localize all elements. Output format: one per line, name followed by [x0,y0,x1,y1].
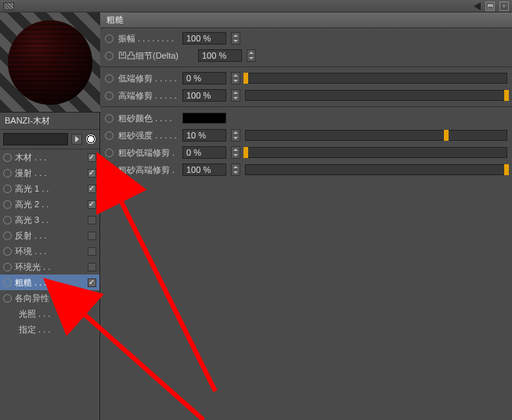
attribute-row[interactable]: 反射 . . . [0,228,99,243]
param-label: 高端修剪 . . . . . [118,90,178,102]
attribute-row[interactable]: 木材 . . . [0,149,99,165]
attribute-row[interactable]: 高光 3 . . [0,212,99,228]
value-field[interactable]: 100 % [182,89,226,102]
spinner[interactable] [247,49,256,62]
spinner[interactable] [231,72,240,84]
triangle-right-icon [75,136,79,142]
slider-thumb[interactable] [243,147,248,158]
attribute-label: 高光 2 . . [15,199,85,210]
radio-icon[interactable] [105,92,114,100]
lock-icon[interactable]: ⬒ [485,2,495,11]
slider-thumb[interactable] [243,73,248,84]
param-label: 粗砂低端修剪 . . [118,147,178,159]
checkbox[interactable] [88,294,96,303]
attribute-row[interactable]: 环境光 . . [0,259,99,275]
checkbox[interactable] [88,169,96,178]
spinner[interactable] [231,163,240,176]
radio-icon[interactable] [3,294,12,303]
radio-icon[interactable] [3,232,12,240]
slider-thumb[interactable] [504,90,509,101]
attribute-row[interactable]: 光照 . . . [0,306,99,321]
radio-icon[interactable] [3,153,12,162]
checkbox[interactable] [88,185,96,193]
attribute-label: 粗糙 . . . [15,277,85,289]
param-row: 粗砂低端修剪 . .0 % [100,144,512,161]
attribute-row[interactable]: 环境 . . . [0,243,99,259]
slider-thumb[interactable] [504,164,509,175]
material-preview[interactable] [0,13,100,113]
attribute-label: 光照 . . . [19,308,96,320]
checkbox[interactable] [88,200,96,209]
slider-thumb[interactable] [444,130,449,141]
checkbox[interactable] [88,278,96,287]
attribute-label: 漫射 . . . [15,167,85,179]
param-row: 高端修剪 . . . . .100 % [100,87,512,104]
radio-icon[interactable] [105,166,114,174]
checkbox[interactable] [88,247,96,256]
value-field[interactable]: 100 % [182,32,226,45]
panel-header: 粗糙 [100,13,512,28]
radio-icon[interactable] [105,34,114,43]
attribute-row[interactable]: 粗糙 . . . [0,275,99,290]
radio-icon[interactable] [3,263,12,271]
spinner[interactable] [231,89,240,102]
radio-icon[interactable] [3,169,12,178]
param-label: 粗砂高端修剪 . . [118,164,178,176]
slider[interactable] [245,164,507,175]
attribute-row[interactable]: 各向异性 [0,290,99,306]
param-row: 粗砂高端修剪 . .100 % [100,161,512,178]
search-input[interactable] [3,133,68,145]
slider[interactable] [245,130,507,141]
attribute-row[interactable]: 漫射 . . . [0,165,99,181]
slider[interactable] [245,73,507,84]
spinner[interactable] [231,129,240,142]
radio-icon[interactable] [105,131,114,140]
param-row: 粗砂强度 . . . . .10 % [100,127,512,144]
panel-title: 粗糙 [106,14,124,26]
radio-icon[interactable] [3,200,12,209]
slider[interactable] [245,90,507,101]
left-panel: BANZI-木材 木材 . . .漫射 . . .高光 1 . .高光 2 . … [0,13,100,420]
attribute-label: 高光 3 . . [15,214,85,226]
value-field[interactable]: 100 % [182,163,226,176]
value-field[interactable]: 100 % [198,49,242,62]
param-row: 低端修剪 . . . . .0 % [100,70,512,87]
value-field[interactable]: 0 % [182,72,226,84]
topbar: ⬒ + [0,0,512,13]
new-tab-icon[interactable]: + [499,2,509,11]
value-field[interactable]: 0 % [182,146,226,159]
checkbox[interactable] [88,232,96,240]
radio-icon[interactable] [105,52,114,60]
material-name[interactable]: BANZI-木材 [0,113,99,130]
param-row: 振幅 . . . . . . . .100 % [100,30,512,47]
color-swatch[interactable] [182,113,226,124]
attribute-label: 高光 1 . . [15,183,85,195]
param-label: 低端修剪 . . . . . [118,73,178,84]
checkbox[interactable] [88,153,96,162]
radio-icon[interactable] [3,247,12,256]
checkbox[interactable] [88,216,96,224]
menu-handle-icon[interactable] [3,2,14,10]
back-arrow-icon[interactable] [474,2,481,10]
param-label: 粗砂强度 . . . . . [118,130,178,142]
radio-icon[interactable] [105,114,114,123]
search-go-button[interactable] [71,134,82,145]
attribute-row[interactable]: 高光 2 . . [0,196,99,212]
radio-icon[interactable] [105,149,114,157]
param-label: 凹凸细节(Delta) [118,50,193,62]
attribute-list: 木材 . . .漫射 . . .高光 1 . .高光 2 . .高光 3 . .… [0,149,99,420]
checkbox[interactable] [88,263,96,271]
attribute-row[interactable]: 指定 . . . [0,321,99,337]
slider[interactable] [245,147,507,158]
radio-icon[interactable] [3,185,12,193]
attribute-row[interactable]: 高光 1 . . [0,181,99,196]
spinner[interactable] [231,32,240,45]
param-row: 粗砂颜色 . . . . [100,109,512,127]
radio-icon[interactable] [105,74,114,83]
attribute-label: 木材 . . . [15,152,85,163]
spinner[interactable] [231,146,240,159]
radio-icon[interactable] [3,216,12,224]
radio-icon[interactable] [3,278,12,287]
target-icon[interactable] [85,134,96,145]
value-field[interactable]: 10 % [182,129,226,142]
